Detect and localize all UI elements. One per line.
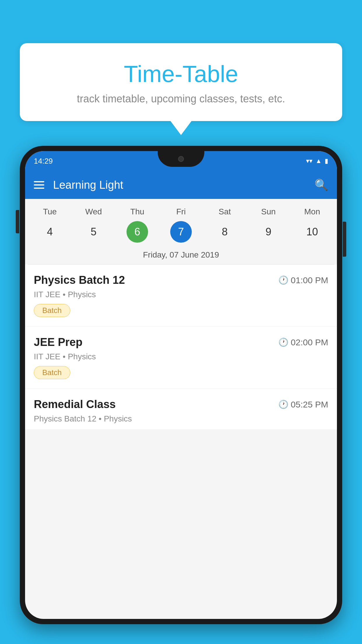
item-1-subtitle: IIT JEE • Physics [34,290,328,299]
status-time: 14:29 [34,157,53,166]
day-4[interactable]: 4 [39,221,61,243]
day-8[interactable]: 8 [214,221,236,243]
item-1-time: 🕐 01:00 PM [278,275,328,285]
item-2-subtitle: IIT JEE • Physics [34,352,328,361]
search-icon[interactable]: 🔍 [314,178,328,191]
item-2-time-text: 02:00 PM [291,337,328,347]
day-header-fri: Fri [159,205,203,219]
schedule-item-3[interactable]: Remedial Class 🕐 05:25 PM Physics Batch … [25,389,337,429]
bubble-title: Time-Table [34,61,328,88]
schedule-list: Physics Batch 12 🕐 01:00 PM IIT JEE • Ph… [25,265,337,429]
item-1-time-text: 01:00 PM [291,275,328,285]
selected-date: Friday, 07 June 2019 [28,247,334,265]
notch [158,151,204,167]
signal-icon: ▲ [315,157,322,165]
item-3-time-text: 05:25 PM [291,400,328,410]
item-2-title: JEE Prep [34,336,82,349]
phone-container: 14:29 ▾▾ ▲ ▮ Learning Light 🔍 [20,146,342,644]
speech-bubble-container: Time-Table track timetable, upcoming cla… [20,43,342,135]
wifi-icon: ▾▾ [306,157,312,165]
camera [178,156,184,162]
battery-icon: ▮ [325,157,328,165]
day-numbers: 4 5 6 7 8 9 10 [28,219,334,247]
bubble-arrow [171,121,191,135]
day-header-mon: Mon [290,205,334,219]
item-1-title: Physics Batch 12 [34,274,125,286]
item-3-subtitle: Physics Batch 12 • Physics [34,414,328,424]
bubble-subtitle: track timetable, upcoming classes, tests… [34,93,328,105]
day-headers: Tue Wed Thu Fri Sat Sun Mon [28,205,334,219]
calendar-strip: Tue Wed Thu Fri Sat Sun Mon 4 5 6 7 8 9 … [25,199,337,265]
item-2-time: 🕐 02:00 PM [278,337,328,347]
day-header-thu: Thu [115,205,159,219]
status-bar: 14:29 ▾▾ ▲ ▮ [25,151,337,171]
item-3-title: Remedial Class [34,398,116,411]
item-3-time: 🕐 05:25 PM [278,400,328,410]
item-3-header: Remedial Class 🕐 05:25 PM [34,398,328,411]
app-title: Learning Light [53,179,314,191]
item-1-batch-tag: Batch [34,304,70,317]
day-9[interactable]: 9 [258,221,279,243]
clock-icon-1: 🕐 [278,275,289,285]
item-2-batch-tag: Batch [34,366,70,379]
day-5[interactable]: 5 [83,221,104,243]
speech-bubble: Time-Table track timetable, upcoming cla… [20,43,342,121]
day-header-tue: Tue [28,205,72,219]
item-1-header: Physics Batch 12 🕐 01:00 PM [34,274,328,286]
status-icons: ▾▾ ▲ ▮ [306,157,328,165]
day-header-wed: Wed [72,205,115,219]
phone-screen: 14:29 ▾▾ ▲ ▮ Learning Light 🔍 [25,151,337,619]
day-header-sun: Sun [247,205,290,219]
day-10[interactable]: 10 [301,221,323,243]
day-7-selected[interactable]: 7 [170,221,192,243]
app-bar: Learning Light 🔍 [25,171,337,199]
day-header-sat: Sat [203,205,247,219]
phone-outer: 14:29 ▾▾ ▲ ▮ Learning Light 🔍 [20,146,342,624]
schedule-item-2[interactable]: JEE Prep 🕐 02:00 PM IIT JEE • Physics Ba… [25,327,337,389]
item-2-header: JEE Prep 🕐 02:00 PM [34,336,328,349]
menu-icon[interactable] [34,181,44,189]
clock-icon-3: 🕐 [278,400,289,409]
schedule-item-1[interactable]: Physics Batch 12 🕐 01:00 PM IIT JEE • Ph… [25,265,337,327]
day-6-today[interactable]: 6 [126,221,148,243]
clock-icon-2: 🕐 [278,337,289,347]
